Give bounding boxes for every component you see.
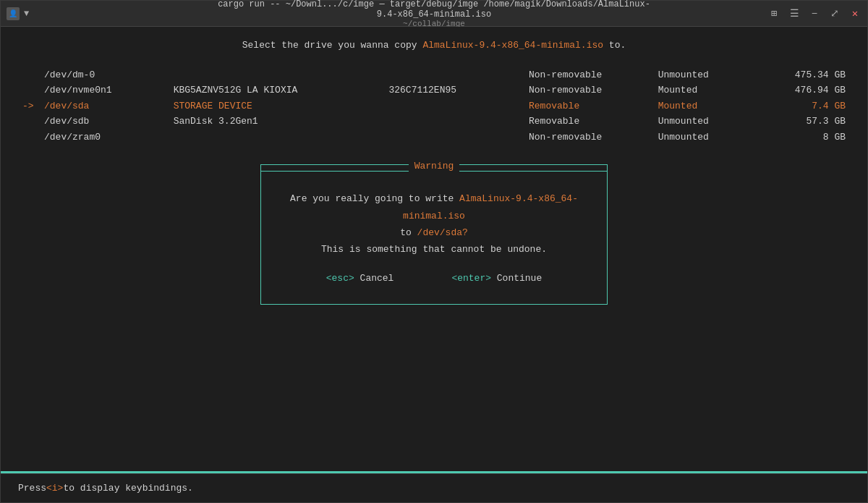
warning-line2: to /dev/sda? [278,224,590,241]
warning-line1: Are you really going to write AlmaLinux-… [278,190,590,224]
titlebar-right: ⊞ ☰ − ⤢ ✕ [767,7,861,20]
warning-actions: <esc> Cancel <enter> Continue [278,270,590,287]
continue-key: <enter> [451,273,491,284]
warning-title-bar: Warning [261,164,607,179]
warning-device: /dev/sda? [417,227,468,238]
warning-title-line-right [459,171,607,172]
warning-title: Warning [409,159,460,174]
warning-title-line-left [261,171,409,172]
statusbar: Press <i> to display keybindings. [1,473,867,502]
avatar-icon[interactable]: 👤 [7,7,20,20]
cancel-action[interactable]: <esc> Cancel [326,270,394,287]
statusbar-prefix: Press [18,483,46,494]
cancel-key: <esc> [326,273,354,284]
continue-action[interactable]: <enter> Continue [451,270,542,287]
continue-label: Continue [497,273,542,284]
window: 👤 ▼ cargo run -- ~/Downl.../c/imge — tar… [0,0,868,503]
warning-line2-prefix: to [400,227,412,238]
cancel-label: Cancel [360,273,394,284]
minimize-button[interactable]: − [808,7,821,20]
terminal-content: Select the drive you wanna copy AlmaLinu… [1,27,867,471]
close-button[interactable]: ✕ [848,7,861,20]
window-title: cargo run -- ~/Downl.../c/imge — target/… [217,0,651,20]
statusbar-key: <i> [46,483,63,494]
tile-button[interactable]: ⊞ [767,7,780,20]
warning-content: Are you really going to write AlmaLinux-… [261,179,607,304]
statusbar-suffix: to display keybindings. [63,483,192,494]
restore-button[interactable]: ⤢ [828,7,841,20]
warning-line1-prefix: Are you really going to write [290,193,454,204]
menu-button[interactable]: ☰ [788,7,801,20]
warning-overlay: Warning Are you really going to write Al… [1,27,867,442]
warning-line3: This is something that cannot be undone. [278,241,590,258]
warning-box: Warning Are you really going to write Al… [260,164,608,305]
dropdown-icon[interactable]: ▼ [24,9,29,19]
titlebar: 👤 ▼ cargo run -- ~/Downl.../c/imge — tar… [1,1,867,27]
titlebar-left: 👤 ▼ [7,7,29,20]
titlebar-center: cargo run -- ~/Downl.../c/imge — target/… [217,0,651,28]
